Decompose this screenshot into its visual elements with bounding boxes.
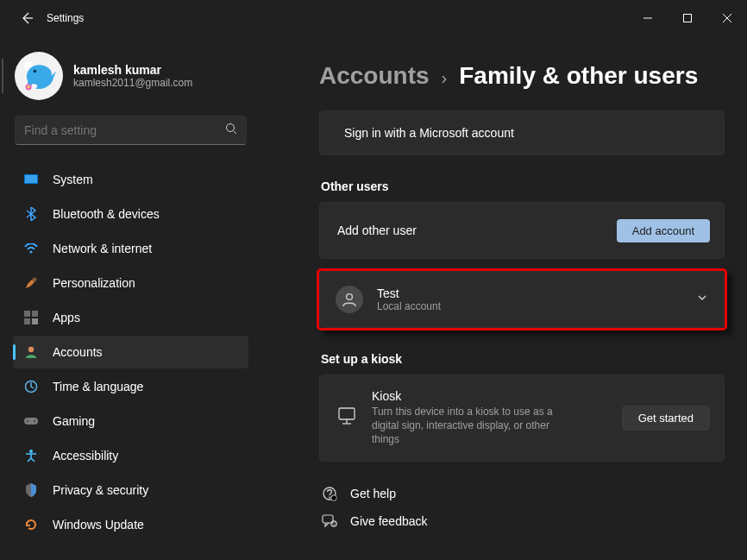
nav-accessibility[interactable]: Accessibility [13, 439, 248, 472]
svg-point-19 [27, 420, 28, 422]
svg-point-32 [334, 522, 335, 523]
person-circle-icon [336, 286, 363, 313]
search-box[interactable] [15, 116, 247, 145]
nav-label: Windows Update [53, 518, 144, 532]
nav-list: System Bluetooth & devices Network & int… [9, 162, 252, 542]
profile-email: kamlesh2011@gmail.com [73, 77, 192, 89]
bluetooth-icon [23, 206, 39, 222]
svg-point-6 [28, 85, 30, 88]
add-other-user-label: Add other user [337, 223, 417, 237]
svg-point-7 [227, 124, 235, 132]
nav-system[interactable]: System [13, 163, 248, 196]
close-button[interactable] [707, 4, 747, 32]
window-controls [628, 4, 747, 32]
section-heading-other-users: Other users [321, 179, 725, 193]
back-button[interactable] [14, 5, 40, 31]
svg-rect-23 [339, 408, 355, 419]
svg-point-31 [332, 522, 333, 523]
nav-label: Personalization [53, 276, 135, 290]
apps-icon [23, 310, 39, 325]
kiosk-monitor-icon [337, 406, 356, 429]
page-title: Family & other users [459, 62, 698, 90]
signin-card[interactable]: Sign in with a Microsoft account [319, 110, 725, 155]
svg-point-22 [347, 294, 353, 300]
nav-personalization[interactable]: Personalization [13, 267, 248, 299]
nav-bluetooth[interactable]: Bluetooth & devices [13, 198, 248, 230]
avatar [15, 52, 63, 100]
svg-rect-13 [32, 311, 38, 317]
kiosk-get-started-button[interactable]: Get started [622, 406, 710, 431]
nav-label: Accounts [53, 345, 103, 359]
clock-globe-icon [23, 379, 39, 394]
scrollbar-indicator [2, 59, 3, 93]
other-user-row-highlighted: Test Local account [319, 271, 725, 328]
wifi-icon [23, 241, 39, 256]
nav-accounts[interactable]: Accounts [13, 336, 248, 368]
help-icon [321, 486, 338, 501]
kiosk-description: Turn this device into a kiosk to use as … [372, 405, 579, 447]
other-user-name: Test [377, 286, 441, 300]
minimize-button[interactable] [628, 4, 668, 32]
nav-label: Apps [53, 311, 80, 324]
search-input[interactable] [24, 123, 225, 137]
profile-name: kamlesh kumar [73, 63, 192, 77]
kiosk-title: Kiosk [372, 389, 598, 403]
nav-label: Time & language [53, 380, 143, 393]
svg-point-21 [29, 450, 33, 453]
window-title: Settings [47, 12, 84, 24]
svg-rect-1 [684, 15, 692, 22]
nav-label: Bluetooth & devices [53, 207, 160, 221]
nav-label: Accessibility [53, 449, 118, 462]
bird-avatar-icon [20, 57, 58, 95]
nav-apps[interactable]: Apps [13, 301, 248, 334]
paintbrush-icon [23, 275, 39, 291]
nav-gaming[interactable]: Gaming [13, 405, 248, 437]
get-help-link[interactable]: Get help [321, 486, 725, 501]
gaming-icon [23, 413, 39, 429]
svg-point-20 [34, 420, 35, 422]
accessibility-icon [23, 448, 39, 463]
other-user-row[interactable]: Test Local account [319, 271, 725, 328]
svg-line-8 [234, 131, 237, 135]
link-label: Get help [350, 487, 396, 500]
section-heading-kiosk: Set up a kiosk [321, 352, 725, 366]
search-icon [225, 123, 237, 138]
svg-point-16 [28, 347, 34, 352]
titlebar: Settings [0, 0, 747, 36]
svg-point-27 [329, 496, 330, 498]
maximize-button[interactable] [668, 4, 707, 32]
nav-label: Privacy & security [53, 483, 148, 497]
nav-label: Gaming [53, 414, 95, 428]
add-account-button[interactable]: Add account [617, 219, 710, 242]
nav-label: System [53, 173, 93, 186]
nav-network[interactable]: Network & internet [13, 232, 248, 265]
close-icon [723, 14, 731, 22]
svg-point-11 [30, 251, 33, 254]
give-feedback-link[interactable]: Give feedback [321, 513, 725, 529]
breadcrumb: Accounts › Family & other users [319, 62, 725, 90]
signin-label: Sign in with a Microsoft account [344, 126, 514, 140]
display-icon [23, 172, 39, 187]
link-label: Give feedback [350, 514, 428, 528]
nav-privacy[interactable]: Privacy & security [13, 474, 248, 507]
svg-rect-14 [24, 318, 30, 324]
add-other-user-card: Add other user Add account [319, 202, 725, 259]
main-content: Accounts › Family & other users Sign in … [259, 36, 747, 560]
sidebar: kamlesh kumar kamlesh2011@gmail.com Syst… [0, 36, 259, 560]
profile-block[interactable]: kamlesh kumar kamlesh2011@gmail.com [9, 45, 252, 116]
svg-rect-12 [24, 311, 30, 317]
update-icon [23, 517, 39, 532]
nav-time[interactable]: Time & language [13, 370, 248, 403]
svg-rect-18 [24, 418, 38, 425]
maximize-icon [683, 14, 692, 22]
chevron-down-icon [696, 292, 708, 307]
person-icon [23, 344, 39, 360]
svg-rect-15 [32, 318, 38, 324]
minimize-icon [643, 14, 652, 22]
svg-point-4 [34, 70, 37, 73]
other-user-type: Local account [377, 300, 441, 312]
breadcrumb-parent[interactable]: Accounts [319, 62, 430, 90]
nav-update[interactable]: Windows Update [13, 508, 248, 541]
chevron-right-icon: › [442, 68, 448, 88]
kiosk-card: Kiosk Turn this device into a kiosk to u… [319, 374, 725, 462]
